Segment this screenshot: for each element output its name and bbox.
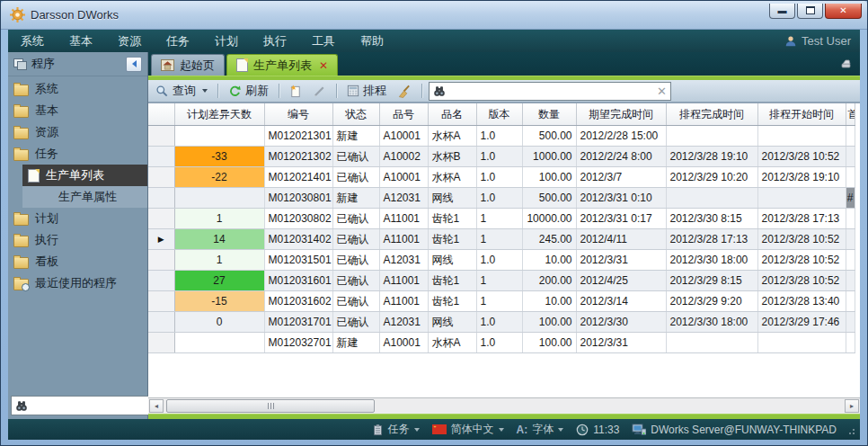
tab-production-order-list[interactable]: 生产单列表 ✕ — [226, 54, 338, 76]
query-button[interactable]: 查询 — [152, 82, 211, 100]
row-selector-cell[interactable] — [148, 291, 174, 312]
task-dropdown[interactable]: 任务 — [372, 422, 420, 437]
expected-finish-cell: 2012/3/7 — [576, 167, 666, 188]
table-row[interactable]: 1M012031501已确认A12031网线1.010.002012/3/312… — [148, 250, 855, 271]
table-row[interactable]: 0M012031701已确认A12031网线1.0100.002012/3/30… — [148, 312, 855, 333]
menu-item-系统[interactable]: 系统 — [8, 33, 57, 49]
tab-close-icon[interactable]: ✕ — [319, 59, 328, 72]
chevron-down-icon — [558, 428, 563, 432]
row-selector-cell[interactable] — [148, 333, 174, 353]
menu-item-帮助[interactable]: 帮助 — [348, 33, 396, 49]
row-selector-cell[interactable] — [148, 250, 174, 271]
order-no-cell: M012021301 — [264, 126, 332, 147]
search-icon — [155, 85, 169, 98]
sidebar-item-计划[interactable]: 计划 — [8, 208, 147, 229]
scroll-right-button[interactable]: ▸ — [845, 399, 859, 413]
sidebar-collapse-button[interactable] — [126, 57, 142, 72]
table-row[interactable]: 27M012031601已确认A11001齿轮11200.002012/4/25… — [148, 271, 855, 291]
query-label: 查询 — [173, 83, 196, 99]
row-selector-cell[interactable] — [148, 126, 174, 147]
menu-item-执行[interactable]: 执行 — [251, 33, 299, 49]
pin-icon[interactable] — [838, 58, 853, 70]
sched-start-cell: 2012/3/28 10:52 — [757, 250, 846, 271]
sidebar-item-系统[interactable]: 系统 — [8, 78, 147, 100]
sidebar-item-看板[interactable]: 看板 — [8, 251, 147, 272]
tab-start-page[interactable]: 起始页 — [151, 54, 225, 76]
restore-button[interactable] — [797, 4, 823, 19]
column-header-数量[interactable]: 数量 — [522, 103, 576, 126]
toolbar: 查询 刷新 — [148, 80, 860, 103]
font-dropdown[interactable]: A: 字体 — [517, 422, 564, 437]
order-no-cell: M012021302 — [264, 147, 332, 167]
menu-item-基本[interactable]: 基本 — [57, 33, 105, 49]
schedule-button[interactable]: 排程 — [343, 82, 390, 100]
row-selector-cell[interactable] — [148, 188, 174, 209]
diff-days-cell: 0 — [174, 312, 264, 333]
sidebar-item-生产单列表[interactable]: 生产单列表 — [22, 165, 147, 186]
menu-item-任务[interactable]: 任务 — [154, 33, 202, 49]
sidebar-item-生产单属性[interactable]: 生产单属性 — [22, 186, 147, 208]
qty-cell: 10000.00 — [522, 209, 576, 229]
edit-button[interactable] — [309, 84, 330, 99]
column-header-期望完成时间[interactable]: 期望完成时间 — [576, 103, 666, 126]
menu-item-计划[interactable]: 计划 — [202, 33, 251, 49]
column-header-计划差异天数[interactable]: 计划差异天数 — [174, 103, 264, 126]
time-value: 11:33 — [593, 424, 619, 436]
row-selector-cell[interactable] — [148, 312, 174, 333]
sidebar-item-执行[interactable]: 执行 — [8, 229, 147, 251]
scroll-left-button[interactable]: ◂ — [149, 399, 164, 413]
table-row[interactable]: ▶14M012031402已确认A11001齿轮11245.002012/4/1… — [148, 229, 855, 250]
column-header-首[interactable]: 首 — [846, 103, 855, 126]
scrollbar-track[interactable] — [164, 399, 844, 413]
table-row[interactable]: M012030801新建A12031网线1.0500.002012/3/31 0… — [148, 188, 855, 209]
column-header-品号[interactable]: 品号 — [379, 103, 428, 126]
horizontal-scrollbar[interactable]: ◂ ▸ — [148, 397, 860, 414]
row-selector-cell[interactable] — [148, 209, 174, 229]
column-header-编号[interactable]: 编号 — [264, 103, 332, 126]
toolbar-search-input[interactable] — [449, 84, 653, 98]
new-button[interactable] — [286, 84, 306, 99]
item-no-cell: A12031 — [379, 188, 428, 209]
sidebar-item-任务[interactable]: 任务 — [8, 143, 147, 165]
table-row[interactable]: M012032701新建A10001水杯A1.0100.002012/3/31 — [148, 333, 855, 353]
menu-item-资源[interactable]: 资源 — [105, 33, 154, 49]
close-button[interactable]: ✕ — [825, 4, 862, 19]
table-row[interactable]: M012021301新建A10001水杯A1.0500.002012/2/28 … — [148, 126, 855, 147]
expected-finish-cell: 2012/3/31 — [576, 250, 666, 271]
clear-schedule-button[interactable] — [394, 84, 415, 99]
column-header-排程开始时间[interactable]: 排程开始时间 — [757, 103, 846, 126]
sidebar-item-最近使用的程序[interactable]: 最近使用的程序 — [8, 272, 147, 294]
row-selector-cell[interactable] — [148, 271, 174, 291]
diff-days-cell: 1 — [174, 250, 264, 271]
current-user[interactable]: Test User — [784, 34, 860, 48]
minimize-button[interactable]: ▬ — [769, 4, 795, 19]
toolbar-separator — [279, 84, 279, 98]
toolbar-search-clear-icon[interactable]: ✕ — [657, 85, 667, 97]
table-row[interactable]: 1M012030802已确认A11001齿轮1110000.002012/3/3… — [148, 209, 855, 229]
item-no-cell: A11001 — [379, 209, 428, 229]
column-header-品名[interactable]: 品名 — [428, 103, 476, 126]
refresh-button[interactable]: 刷新 — [225, 82, 272, 100]
menu-item-工具[interactable]: 工具 — [299, 33, 348, 49]
column-header-版本[interactable]: 版本 — [476, 103, 522, 126]
toolbar-separator — [421, 84, 422, 98]
column-header-状态[interactable]: 状态 — [332, 103, 379, 126]
qty-cell: 1000.00 — [522, 147, 576, 167]
table-row[interactable]: -22M012021401已确认A10001水杯A1.0100.002012/3… — [148, 167, 855, 188]
scrollbar-thumb[interactable] — [166, 399, 375, 413]
column-header-排程完成时间[interactable]: 排程完成时间 — [666, 103, 757, 126]
row-selector-cell[interactable]: ▶ — [148, 229, 174, 250]
sidebar-item-基本[interactable]: 基本 — [8, 100, 147, 121]
server-name: DWorks Server@FUNWAY-THINKPAD — [651, 424, 837, 436]
diff-days-cell: -22 — [174, 167, 264, 188]
toolbar-search-box[interactable]: ✕ — [429, 82, 671, 101]
sched-start-cell: 2012/3/28 17:13 — [757, 209, 846, 229]
row-selector-cell[interactable] — [148, 147, 174, 167]
sidebar-item-资源[interactable]: 资源 — [8, 121, 147, 143]
qty-cell: 100.00 — [522, 167, 576, 188]
language-dropdown[interactable]: 简体中文 — [432, 422, 504, 437]
row-selector-cell[interactable] — [148, 167, 174, 188]
table-row[interactable]: -33M012021302已确认A10002水杯B1.01000.002012/… — [148, 147, 855, 167]
resize-grip[interactable] — [846, 425, 855, 434]
table-row[interactable]: -15M012031602已确认A11001齿轮1110.002012/3/14… — [148, 291, 855, 312]
